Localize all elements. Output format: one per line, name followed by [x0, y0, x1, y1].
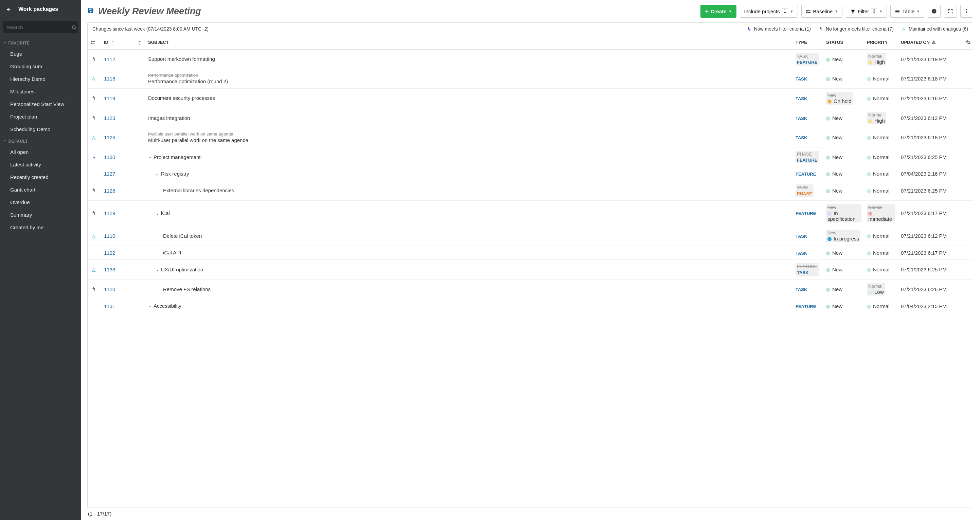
work-package-id-link[interactable]: 1127	[104, 171, 115, 177]
table-row[interactable]: ↰1128External libraries dependenciesTASK…	[88, 181, 973, 200]
expand-chevron-icon[interactable]: ⌄	[156, 267, 159, 272]
status-dot-icon	[826, 172, 830, 176]
table-row[interactable]: 1127⌄Risk registryFEATURENewNormal07/04/…	[88, 167, 973, 181]
change-indicator-icon: ↰	[92, 210, 97, 216]
subject: Risk registry	[161, 170, 189, 177]
type-value: TASK	[795, 76, 807, 81]
status-dot-icon	[826, 305, 830, 309]
filter-button[interactable]: Filter 3 ▼	[846, 5, 887, 17]
view-title[interactable]: Weekly Review Meeting	[98, 6, 201, 17]
status-dot-icon	[826, 288, 830, 292]
column-header-status[interactable]: STATUS	[823, 35, 864, 49]
sidebar-item[interactable]: Recently created	[0, 171, 81, 183]
sidebar-item[interactable]: Created by me	[0, 221, 81, 234]
legend-nolonger[interactable]: ↰No longer meets filter criteria (7)	[818, 26, 894, 32]
table-row[interactable]: ↰1120Remove FS relationsTASKNewNormalLow…	[88, 280, 973, 299]
sidebar-item[interactable]: Grouping sum	[0, 60, 81, 73]
type-value: FEATURE	[795, 211, 816, 216]
legend-meets[interactable]: ↳Now meets filter criteria (1)	[747, 26, 811, 32]
status-dot-icon	[826, 189, 830, 193]
change-indicator-icon: △	[92, 266, 97, 272]
expand-chevron-icon[interactable]: ⌄	[156, 172, 159, 176]
change-indicator-icon: ↰	[92, 286, 97, 293]
view-mode-button[interactable]: Table ▼	[890, 5, 924, 17]
column-header-updated[interactable]: UPDATED ON ⚠	[898, 35, 963, 49]
work-package-id-link[interactable]: 1122	[104, 250, 115, 256]
search-input[interactable]	[7, 24, 72, 30]
sidebar-item[interactable]: Personalized Start View	[0, 98, 81, 110]
arrow-out-icon: ↰	[818, 26, 824, 32]
column-header-type[interactable]: TYPE	[793, 35, 823, 49]
column-header-subject[interactable]: SUBJECT	[145, 35, 793, 49]
work-package-id-link[interactable]: 1129	[104, 210, 115, 216]
work-package-id-link[interactable]: 1119	[104, 95, 115, 101]
subject-old: Performance optimization	[148, 73, 228, 78]
status-value: New	[826, 56, 842, 62]
work-package-id-link[interactable]: 1120	[104, 286, 115, 292]
status-dot-icon	[826, 251, 830, 255]
create-button[interactable]: + Create ▼	[700, 5, 736, 17]
info-button[interactable]: i	[928, 5, 940, 17]
expand-chevron-icon[interactable]: ⌄	[148, 304, 151, 309]
table-row[interactable]: 1122iCal APITASKNewNormal07/21/2023 6:17…	[88, 246, 973, 260]
work-package-id-link[interactable]: 1123	[104, 115, 115, 121]
priority-value: Normal	[867, 154, 889, 160]
sidebar-search[interactable]	[3, 21, 78, 33]
priority-dot-icon	[867, 251, 871, 255]
save-icon[interactable]	[87, 7, 94, 16]
baseline-button[interactable]: Baseline ▼	[801, 5, 842, 17]
sidebar-item[interactable]: Overdue	[0, 196, 81, 208]
table-icon	[895, 8, 900, 14]
sidebar-item[interactable]: All open	[0, 146, 81, 158]
updated-value: 07/21/2023 6:26 PM	[898, 280, 963, 299]
table-row[interactable]: ↰1119Document security processesTASKNewO…	[88, 88, 973, 108]
work-package-id-link[interactable]: 1130	[104, 154, 115, 160]
legend-maintained[interactable]: △Maintained with changes (6)	[901, 26, 968, 32]
include-projects-button[interactable]: Include projects 1 ▼	[740, 5, 798, 17]
work-package-id-link[interactable]: 1126	[104, 135, 115, 140]
updated-value: 07/21/2023 6:17 PM	[898, 200, 963, 226]
chevron-down-icon: ▼	[916, 10, 920, 13]
expand-chevron-icon[interactable]: ⌄	[156, 211, 159, 216]
subject: iCal	[161, 210, 170, 217]
status-dot-icon	[826, 136, 830, 140]
table-row[interactable]: ↰1123Images integrationTASKNewNormalHigh…	[88, 108, 973, 128]
expand-chevron-icon[interactable]: ⌄	[148, 154, 151, 159]
column-header-priority[interactable]: PRIORITY	[864, 35, 898, 49]
table-row[interactable]: ↰1129⌄iCalFEATURENewIn specificationNorm…	[88, 200, 973, 226]
sidebar-section-header[interactable]: ⌃FAVORITE	[0, 37, 81, 48]
sidebar-item[interactable]: Latest activity	[0, 158, 81, 171]
table-row[interactable]: △1110Delete iCal tokenTASKNewIn progress…	[88, 226, 973, 246]
sidebar-item[interactable]: Bugs	[0, 48, 81, 60]
table-row[interactable]: △1116Performance optimizationPerformance…	[88, 69, 973, 88]
sidebar-item[interactable]: Project plan	[0, 110, 81, 123]
sidebar-item[interactable]: Summary	[0, 208, 81, 221]
subject: Support markdown formatting	[148, 56, 215, 62]
column-config-button[interactable]	[963, 35, 973, 49]
priority-value: Normal	[867, 171, 889, 177]
column-header-id[interactable]: ID↑	[101, 35, 135, 49]
sidebar-item[interactable]: Scheduling Demo	[0, 123, 81, 135]
table-row[interactable]: △1126Multiple user parallel work on same…	[88, 128, 973, 148]
sidebar-item[interactable]: Gantt chart	[0, 183, 81, 196]
work-package-id-link[interactable]: 1128	[104, 188, 115, 194]
table-row[interactable]: 1131⌄AccessibilityFEATURENewNormal07/04/…	[88, 299, 973, 313]
sidebar-item[interactable]: Milestones	[0, 85, 81, 98]
table-row[interactable]: △1133⌄UX/UI optimizationFEATURETASKNewNo…	[88, 259, 973, 279]
sidebar-section-header[interactable]: ⌃DEFAULT	[0, 135, 81, 146]
work-package-id-link[interactable]: 1133	[104, 267, 115, 272]
table-row[interactable]: ↰1112Support markdown formattingTASKFEAT…	[88, 49, 973, 69]
fullscreen-button[interactable]	[944, 5, 957, 17]
table-row[interactable]: ↳1130⌄Project managementPHASEFEATURENewN…	[88, 147, 973, 167]
work-package-id-link[interactable]: 1112	[104, 56, 115, 62]
more-menu-button[interactable]	[960, 5, 973, 17]
work-package-id-link[interactable]: 1116	[104, 76, 115, 81]
work-package-id-link[interactable]: 1110	[104, 233, 115, 239]
hierarchy-col-icon[interactable]	[135, 35, 145, 49]
type-value: FEATURE	[795, 304, 816, 309]
work-package-table[interactable]: ID↑ SUBJECT TYPE STATUS PRIORITY UPDATED…	[87, 35, 973, 507]
work-package-id-link[interactable]: 1131	[104, 303, 115, 309]
sidebar-item[interactable]: Hierachy Demo	[0, 73, 81, 85]
back-arrow-icon[interactable]	[6, 5, 14, 14]
priority-dot-icon	[867, 172, 871, 176]
